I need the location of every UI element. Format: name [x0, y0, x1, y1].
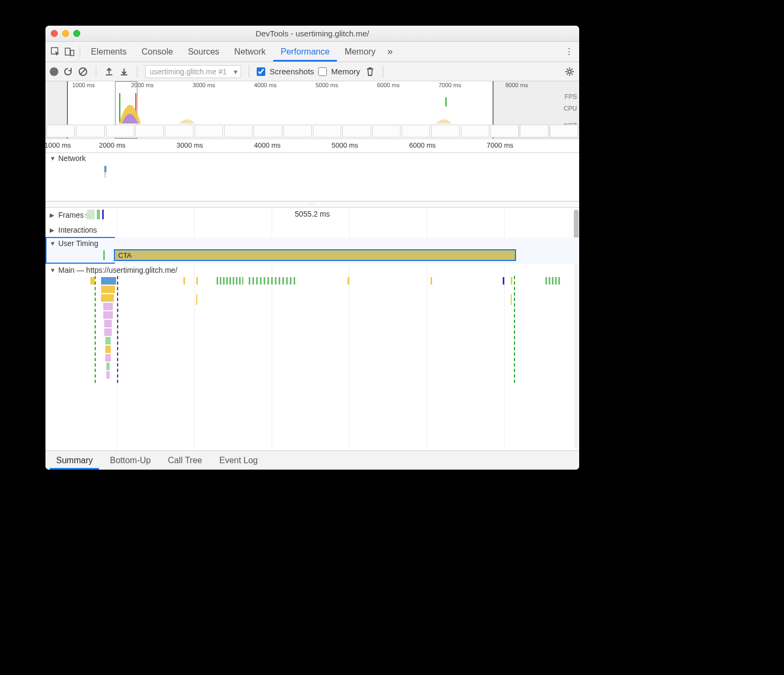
reload-record-icon[interactable] [63, 66, 73, 77]
frames-track[interactable]: ▶ Frames s 5055.2 ms [45, 208, 579, 223]
user-timing-measure-cta[interactable]: CTA [114, 249, 516, 261]
pane-resizer[interactable]: ⋯ [45, 201, 579, 208]
task-bar[interactable] [217, 277, 243, 285]
tab-memory[interactable]: Memory [337, 42, 383, 62]
task-bar[interactable] [545, 277, 562, 285]
user-timing-track-header[interactable]: ▼ User Timing [45, 237, 579, 249]
task-bar[interactable] [101, 294, 114, 302]
marker-line-icon [514, 276, 515, 383]
details-tabs: Summary Bottom-Up Call Tree Event Log [45, 450, 579, 470]
ruler-tick: 6000 ms [409, 141, 436, 149]
task-bar[interactable] [249, 277, 297, 285]
task-bar[interactable] [101, 277, 116, 285]
memory-checkbox[interactable] [318, 67, 327, 76]
overview-cpu-chart [436, 113, 452, 124]
chevron-right-icon: ▶ [50, 227, 56, 234]
interactions-label: Interactions [58, 226, 97, 234]
tab-elements[interactable]: Elements [83, 42, 134, 62]
tab-sources[interactable]: Sources [180, 42, 227, 62]
task-bar[interactable] [511, 277, 512, 285]
overview-tick: 7000 ms [439, 82, 461, 88]
garbage-collect-icon[interactable] [365, 66, 375, 77]
main-flamechart[interactable] [45, 276, 579, 383]
task-bar[interactable] [431, 277, 432, 285]
svg-point-5 [568, 70, 571, 73]
tab-performance[interactable]: Performance [273, 42, 337, 62]
screenshots-label: Screenshots [270, 67, 314, 76]
task-bar[interactable] [106, 371, 110, 379]
task-bar[interactable] [511, 294, 512, 305]
overview-tick: 6000 ms [377, 82, 399, 88]
tab-network[interactable]: Network [227, 42, 273, 62]
more-tabs-icon[interactable]: » [383, 45, 397, 59]
overview-cpu-chart [119, 102, 141, 124]
network-track-header[interactable]: ▼ Network [45, 153, 579, 164]
ruler-tick: 4000 ms [254, 141, 281, 149]
task-bar[interactable] [183, 277, 185, 285]
memory-label: Memory [331, 67, 360, 76]
task-bar[interactable] [105, 337, 111, 344]
overview-tick: 5000 ms [316, 82, 338, 88]
task-bar[interactable] [503, 277, 504, 285]
screenshots-checkbox[interactable] [257, 67, 265, 76]
window-title: DevTools - usertiming.glitch.me/ [45, 29, 579, 38]
ruler-tick: 3000 ms [176, 141, 203, 149]
tab-console[interactable]: Console [134, 42, 181, 62]
device-toolbar-icon[interactable] [63, 45, 76, 59]
svg-rect-1 [65, 48, 70, 55]
overview-fps-label: FPS [565, 93, 577, 101]
frame-hover-duration: 5055.2 ms [45, 210, 579, 218]
record-button[interactable] [50, 67, 58, 76]
network-track[interactable]: ▼ Network [45, 153, 579, 201]
kebab-menu-icon[interactable]: ⋮ [562, 45, 576, 59]
tab-call-tree[interactable]: Call Tree [162, 451, 209, 470]
task-bar[interactable] [348, 277, 349, 285]
fcp-marker-line-icon [117, 276, 118, 383]
main-thread-track-header[interactable]: ▼ Main — https://usertiming.glitch.me/ [45, 264, 579, 276]
task-bar[interactable] [196, 277, 198, 285]
user-timing-track[interactable]: ▼ User Timing CTA [45, 237, 579, 264]
devtools-window: DevTools - usertiming.glitch.me/ Element… [45, 26, 579, 470]
profile-selector[interactable]: usertiming.glitch.me #1 [145, 65, 241, 78]
inspect-element-icon[interactable] [49, 45, 63, 59]
main-thread-label: Main — https://usertiming.glitch.me/ [58, 266, 178, 274]
main-thread-track[interactable]: ▼ Main — https://usertiming.glitch.me/ [45, 264, 579, 383]
network-request-bar[interactable] [104, 166, 106, 172]
flamechart-pane[interactable]: ▶ Frames s 5055.2 ms ▶ Interactions ▼ Us… [45, 208, 579, 450]
network-label: Network [58, 154, 86, 163]
task-bar[interactable] [101, 286, 115, 293]
task-bar[interactable] [90, 277, 95, 285]
overview-tick: 1000 ms [72, 82, 95, 88]
user-timing-measure-label: CTA [118, 251, 132, 259]
task-bar[interactable] [104, 320, 112, 327]
task-bar[interactable] [105, 346, 111, 353]
save-profile-icon[interactable] [119, 66, 129, 77]
network-request-bar[interactable] [105, 172, 105, 178]
interactions-track-header[interactable]: ▶ Interactions [45, 223, 579, 237]
overview-tick: 3000 ms [193, 82, 215, 88]
capture-settings-icon[interactable] [564, 66, 575, 77]
tab-event-log[interactable]: Event Log [213, 451, 264, 470]
overview-marker-icon [445, 97, 447, 106]
task-bar[interactable] [104, 328, 112, 336]
ruler-tick: 7000 ms [487, 141, 513, 149]
clear-icon[interactable] [78, 66, 88, 77]
load-marker-line-icon [95, 276, 96, 383]
tab-summary[interactable]: Summary [50, 451, 99, 470]
task-bar[interactable] [103, 311, 113, 319]
tab-bottom-up[interactable]: Bottom-Up [103, 451, 157, 470]
main-ruler[interactable]: 1000 ms 2000 ms 3000 ms 4000 ms 5000 ms … [45, 139, 579, 153]
svg-rect-2 [71, 50, 74, 56]
overview-timeline[interactable]: 1000 ms 2000 ms 3000 ms 4000 ms 5000 ms … [45, 81, 579, 139]
user-timing-mark[interactable] [103, 250, 105, 260]
task-bar[interactable] [103, 303, 113, 310]
task-bar[interactable] [105, 354, 111, 362]
interactions-track[interactable]: ▶ Interactions [45, 223, 579, 237]
ruler-tick: 2000 ms [99, 141, 126, 149]
ruler-tick: 5000 ms [332, 141, 358, 149]
load-profile-icon[interactable] [104, 66, 114, 77]
svg-line-4 [80, 69, 86, 74]
task-bar[interactable] [106, 363, 110, 370]
task-bar[interactable] [196, 294, 197, 305]
overview-tick: 4000 ms [254, 82, 276, 88]
